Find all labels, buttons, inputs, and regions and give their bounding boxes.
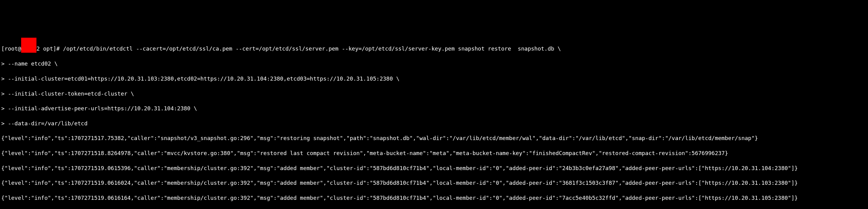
terminal-output[interactable]: [root@xxxxx2 opt]# /opt/etcd/bin/etcdctl…	[1, 30, 867, 209]
continuation-line-1: > --name etcd02 \	[1, 60, 867, 67]
prompt-prefix: [root@	[1, 46, 21, 52]
log-line-3: {"level":"info","ts":1707271519.0615396,…	[1, 165, 867, 172]
command-line-1: [root@xxxxx2 opt]# /opt/etcd/bin/etcdctl…	[1, 38, 867, 53]
prompt-suffix: 2 opt]#	[36, 46, 63, 52]
continuation-line-2: > --initial-cluster=etcd01=https://10.20…	[1, 75, 867, 83]
log-line-5: {"level":"info","ts":1707271519.0616164,…	[1, 194, 867, 202]
command-text: /opt/etcd/bin/etcdctl --cacert=/opt/etcd…	[63, 46, 561, 52]
log-line-4: {"level":"info","ts":1707271519.0616024,…	[1, 179, 867, 187]
continuation-line-4: > --initial-advertise-peer-urls=https://…	[1, 105, 867, 112]
continuation-line-5: > --data-dir=/var/lib/etcd	[1, 120, 867, 127]
log-line-1: {"level":"info","ts":1707271517.75382,"c…	[1, 135, 867, 142]
continuation-line-3: > --initial-cluster-token=etcd-cluster \	[1, 90, 867, 97]
redacted-hostname: xxxxx	[21, 38, 36, 53]
log-line-2: {"level":"info","ts":1707271518.8264978,…	[1, 150, 867, 157]
